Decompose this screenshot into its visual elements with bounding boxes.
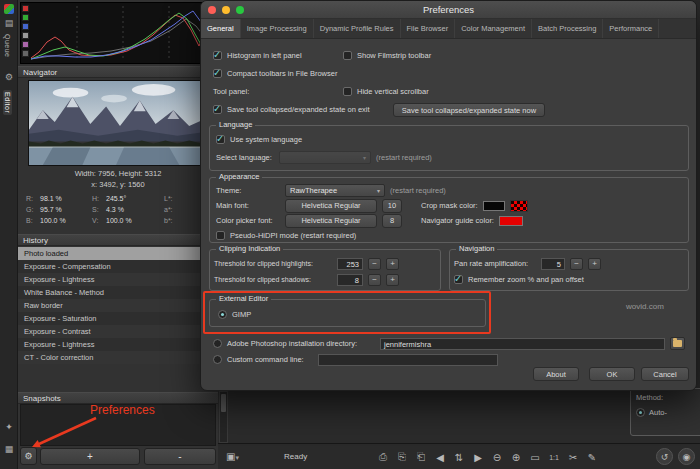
navigator-header[interactable]: Navigator xyxy=(18,66,218,78)
gear-icon[interactable]: ⚙ xyxy=(0,72,18,82)
minimize-button[interactable] xyxy=(222,6,230,14)
tab-dynamic-profile-rules[interactable]: Dynamic Profile Rules xyxy=(314,19,401,38)
decrement-button[interactable]: − xyxy=(570,258,583,270)
option-custom-command[interactable]: Custom command line: xyxy=(213,353,498,366)
history-item[interactable]: Exposure - Lightness xyxy=(18,338,218,351)
history-item[interactable]: Photo loaded (La xyxy=(18,247,218,260)
navigator-guide-color-swatch[interactable] xyxy=(499,216,523,226)
option-save-state-exit[interactable]: Save tool collapsed/expanded state on ex… xyxy=(213,103,370,116)
history-item[interactable]: CT - Color correction xyxy=(18,351,218,364)
histogram-mode-toggle[interactable] xyxy=(22,50,29,57)
dialog-titlebar[interactable]: Preferences xyxy=(201,1,696,19)
custom-command-radio[interactable] xyxy=(213,355,222,364)
checkbox[interactable] xyxy=(213,105,222,114)
increment-button[interactable]: + xyxy=(588,258,601,270)
photoshop-radio[interactable] xyxy=(213,339,222,348)
option-compact-toolbars[interactable]: Compact toolbars in File Browser xyxy=(213,67,337,80)
straighten-icon[interactable]: ✎ xyxy=(585,452,599,463)
option-remember-zoom[interactable]: Remember zoom % and pan offset xyxy=(454,273,584,286)
photoshop-directory-input[interactable]: jennifermishra xyxy=(380,338,665,350)
checkbox[interactable] xyxy=(216,135,225,144)
save-image-icon[interactable]: ⎙ xyxy=(376,451,390,463)
crop-icon[interactable]: ✂ xyxy=(566,452,580,463)
window-grid-icon[interactable]: ▦ xyxy=(0,444,18,454)
history-header[interactable]: History xyxy=(18,234,218,246)
option-hidpi[interactable]: Pseudo-HiDPI mode (restart required) xyxy=(216,229,356,242)
history-item[interactable]: White Balance - Method xyxy=(18,286,218,299)
main-font-button[interactable]: Helvetica Regular xyxy=(285,199,377,213)
checkbox[interactable] xyxy=(343,51,352,60)
filmstrip-icon[interactable]: ▤ xyxy=(0,18,18,28)
navigate-previous-icon[interactable]: ◀ xyxy=(433,452,447,463)
folder-browse-button[interactable] xyxy=(670,337,685,350)
checkbox[interactable] xyxy=(213,51,222,60)
star-icon[interactable]: ✦ xyxy=(0,422,18,432)
history-item[interactable]: Exposure - Lightness xyxy=(18,273,218,286)
left-panel-scrollbar[interactable] xyxy=(219,391,228,443)
zoom-out-icon[interactable]: ⊖ xyxy=(490,452,504,463)
cancel-button[interactable]: Cancel xyxy=(641,367,689,381)
method-auto-option[interactable]: Auto- xyxy=(636,408,700,417)
option-photoshop[interactable]: Adobe Photoshop installation directory: … xyxy=(213,337,685,350)
gimp-radio[interactable] xyxy=(218,310,227,319)
option-hide-vertical-scrollbar[interactable]: Hide vertical scrollbar xyxy=(343,85,429,98)
before-after-icon[interactable]: ⇅ xyxy=(452,452,466,463)
histogram-green-toggle[interactable] xyxy=(22,14,29,21)
main-font-size-button[interactable]: 10 xyxy=(382,199,402,213)
close-button[interactable] xyxy=(208,6,216,14)
checkbox[interactable] xyxy=(343,87,352,96)
tab-performance[interactable]: Performance xyxy=(603,19,659,38)
option-use-system-language[interactable]: Use system language xyxy=(216,133,302,146)
option-show-filmstrip[interactable]: Show Filmstrip toolbar xyxy=(343,49,431,62)
scrollbar-thumb[interactable] xyxy=(221,394,226,412)
tab-image-processing[interactable]: Image Processing xyxy=(241,19,314,38)
checkbox[interactable] xyxy=(454,275,463,284)
history-item[interactable]: Exposure - Contrast xyxy=(18,325,218,338)
checkbox[interactable] xyxy=(216,231,225,240)
tab-queue[interactable]: Queue xyxy=(4,34,11,58)
shadows-value[interactable]: 8 xyxy=(337,274,363,286)
about-button[interactable]: About xyxy=(533,367,579,381)
option-histogram-left[interactable]: Histogram in left panel xyxy=(213,49,302,62)
zoom-fit-icon[interactable]: ▭ xyxy=(528,452,542,463)
ok-button[interactable]: OK xyxy=(589,367,635,381)
tab-batch-processing[interactable]: Batch Processing xyxy=(532,19,603,38)
save-state-now-button[interactable]: Save tool collapsed/expanded state now xyxy=(393,103,545,117)
histogram-chroma-toggle[interactable] xyxy=(22,41,29,48)
method-radio[interactable] xyxy=(636,408,645,417)
histogram-red-toggle[interactable] xyxy=(22,5,29,12)
history-item[interactable]: Raw border xyxy=(18,299,218,312)
target-icon[interactable]: ◉ xyxy=(678,448,695,465)
pan-rate-value[interactable]: 5 xyxy=(541,258,565,270)
decrement-button[interactable]: − xyxy=(368,274,381,286)
maximize-button[interactable] xyxy=(236,6,244,14)
zoom-in-icon[interactable]: ⊕ xyxy=(509,452,523,463)
highlights-value[interactable]: 253 xyxy=(337,258,363,270)
history-item[interactable]: Exposure - Compensation xyxy=(18,260,218,273)
custom-command-input[interactable] xyxy=(318,354,498,366)
option-gimp[interactable]: GIMP xyxy=(218,308,251,321)
tab-editor[interactable]: Editor xyxy=(3,90,12,115)
increment-button[interactable]: + xyxy=(386,258,399,270)
history-item[interactable]: Exposure - Saturation xyxy=(18,312,218,325)
histogram-luminance-toggle[interactable] xyxy=(22,32,29,39)
increment-button[interactable]: + xyxy=(386,274,399,286)
crop-mask-color-swatch[interactable] xyxy=(483,201,505,211)
custom-command-label: Custom command line: xyxy=(227,355,313,364)
undo-icon[interactable]: ↺ xyxy=(656,448,673,465)
thumbnail-menu-button[interactable]: ▣▾ xyxy=(226,444,239,469)
navigator-thumbnail[interactable] xyxy=(28,80,208,166)
histogram-blue-toggle[interactable] xyxy=(22,23,29,30)
copy-profile-icon[interactable]: ⎘ xyxy=(395,451,409,463)
navigate-next-icon[interactable]: ▶ xyxy=(471,452,485,463)
tab-general[interactable]: General xyxy=(201,19,241,38)
zoom-100-icon[interactable]: 1:1 xyxy=(547,454,561,461)
picker-font-size-button[interactable]: 8 xyxy=(382,214,402,228)
picker-font-button[interactable]: Helvetica Regular xyxy=(285,214,377,228)
checkbox[interactable] xyxy=(213,69,222,78)
tab-color-management[interactable]: Color Management xyxy=(455,19,532,38)
paste-profile-icon[interactable]: ⎗ xyxy=(414,451,428,463)
tab-file-browser[interactable]: File Browser xyxy=(401,19,456,38)
theme-select[interactable]: RawTherapee ▾ xyxy=(285,184,385,197)
language-select[interactable]: ▾ xyxy=(279,151,371,164)
